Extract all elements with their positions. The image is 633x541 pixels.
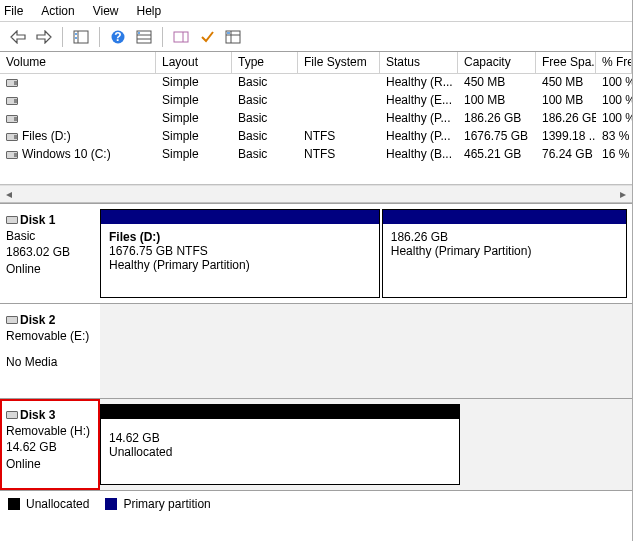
col-free[interactable]: Free Spa... [536, 52, 596, 73]
disk-icon [6, 151, 18, 159]
volume-status: Healthy (P... [380, 110, 458, 128]
volume-list: Volume Layout Type File System Status Ca… [0, 52, 632, 185]
col-filesystem[interactable]: File System [298, 52, 380, 73]
volume-pct: 100 % [596, 110, 632, 128]
volume-fs [298, 110, 380, 128]
disk-title: Disk 2 [20, 313, 55, 327]
legend-primary: Primary partition [105, 497, 210, 511]
svg-rect-10 [174, 32, 188, 42]
volume-type: Basic [232, 128, 298, 146]
scroll-left-button[interactable]: ◂ [0, 186, 18, 202]
volume-row[interactable]: Simple Basic Healthy (R... 450 MB 450 MB… [0, 74, 632, 92]
disk-size: 1863.02 GB [6, 244, 94, 260]
list-view-button[interactable] [132, 25, 156, 49]
partition-box[interactable]: 186.26 GB Healthy (Primary Partition) [382, 209, 627, 298]
action-pane-button[interactable] [169, 25, 193, 49]
disk-type: Removable (H:) [6, 423, 94, 439]
volume-type: Basic [232, 74, 298, 92]
volume-capacity: 186.26 GB [458, 110, 536, 128]
volume-hscrollbar[interactable]: ◂ ▸ [0, 185, 632, 203]
col-status[interactable]: Status [380, 52, 458, 73]
volume-fs [298, 92, 380, 110]
volume-row[interactable]: Files (D:) Simple Basic NTFS Healthy (P.… [0, 128, 632, 146]
disk-state: Online [6, 261, 94, 277]
disk-title: Disk 3 [20, 408, 55, 422]
volume-free: 1399.18 ... [536, 128, 596, 146]
volume-capacity: 1676.75 GB [458, 128, 536, 146]
menu-view[interactable]: View [93, 4, 119, 18]
svg-rect-3 [75, 37, 77, 39]
partition-detail: 186.26 GB [391, 230, 618, 244]
volume-layout: Simple [156, 110, 232, 128]
volume-fs: NTFS [298, 146, 380, 164]
forward-arrow-icon [36, 30, 52, 44]
menu-action[interactable]: Action [41, 4, 74, 18]
disk-icon [6, 133, 18, 141]
volume-layout: Simple [156, 74, 232, 92]
disk-title: Disk 1 [20, 213, 55, 227]
forward-button[interactable] [32, 25, 56, 49]
action-pane-icon [173, 29, 189, 45]
svg-rect-9 [138, 32, 140, 34]
volume-status: Healthy (R... [380, 74, 458, 92]
menu-help[interactable]: Help [137, 4, 162, 18]
volume-list-header: Volume Layout Type File System Status Ca… [0, 52, 632, 74]
volume-capacity: 465.21 GB [458, 146, 536, 164]
legend-label: Unallocated [26, 497, 89, 511]
partition-box[interactable]: 14.62 GB Unallocated [100, 404, 460, 485]
partition-bar-primary [101, 210, 379, 224]
legend: Unallocated Primary partition [0, 490, 632, 516]
volume-status: Healthy (P... [380, 128, 458, 146]
grid-view-button[interactable] [221, 25, 245, 49]
menu-file[interactable]: File [4, 4, 23, 18]
volume-layout: Simple [156, 128, 232, 146]
show-hide-console-button[interactable] [69, 25, 93, 49]
back-button[interactable] [6, 25, 30, 49]
partition-status: Unallocated [109, 445, 451, 459]
disk-icon [6, 216, 18, 224]
volume-row[interactable]: Windows 10 (C:) Simple Basic NTFS Health… [0, 146, 632, 164]
disk-entry: Disk 3 Removable (H:) 14.62 GB Online 14… [0, 398, 632, 490]
toolbar: ? [0, 22, 632, 52]
menu-bar: File Action View Help [0, 0, 632, 22]
disk-icon [6, 411, 18, 419]
volume-free: 100 MB [536, 92, 596, 110]
partition-box[interactable]: Files (D:) 1676.75 GB NTFS Healthy (Prim… [100, 209, 380, 298]
disk-info[interactable]: Disk 2 Removable (E:) No Media [0, 304, 100, 398]
volume-type: Basic [232, 110, 298, 128]
volume-free: 76.24 GB [536, 146, 596, 164]
scroll-right-button[interactable]: ▸ [614, 186, 632, 202]
volume-fs [298, 74, 380, 92]
disk-state: Online [6, 456, 94, 472]
disk-icon [6, 115, 18, 123]
volume-row[interactable]: Simple Basic Healthy (P... 186.26 GB 186… [0, 110, 632, 128]
disk-entry: Disk 2 Removable (E:) No Media [0, 303, 632, 398]
volume-type: Basic [232, 146, 298, 164]
disk-size: 14.62 GB [6, 439, 94, 455]
disk-info[interactable]: Disk 1 Basic 1863.02 GB Online [0, 204, 100, 303]
disk-type: Removable (E:) [6, 328, 94, 344]
disk-info-selected[interactable]: Disk 3 Removable (H:) 14.62 GB Online [0, 399, 100, 490]
volume-capacity: 450 MB [458, 74, 536, 92]
disk-icon [6, 97, 18, 105]
volume-pct: 16 % [596, 146, 632, 164]
back-arrow-icon [10, 30, 26, 44]
check-button[interactable] [195, 25, 219, 49]
volume-pct: 100 % [596, 74, 632, 92]
volume-name: Files (D:) [22, 129, 71, 143]
col-type[interactable]: Type [232, 52, 298, 73]
legend-label: Primary partition [123, 497, 210, 511]
volume-row[interactable]: Simple Basic Healthy (E... 100 MB 100 MB… [0, 92, 632, 110]
col-capacity[interactable]: Capacity [458, 52, 536, 73]
partition-bar-unallocated [101, 405, 459, 419]
volume-name: Windows 10 (C:) [22, 147, 111, 161]
volume-layout: Simple [156, 92, 232, 110]
volume-pct: 100 % [596, 92, 632, 110]
disk-type: Basic [6, 228, 94, 244]
toolbar-separator [62, 27, 63, 47]
partition-bar-primary [383, 210, 626, 224]
col-volume[interactable]: Volume [0, 52, 156, 73]
col-pct[interactable]: % Fre [596, 52, 632, 73]
col-layout[interactable]: Layout [156, 52, 232, 73]
help-button[interactable]: ? [106, 25, 130, 49]
